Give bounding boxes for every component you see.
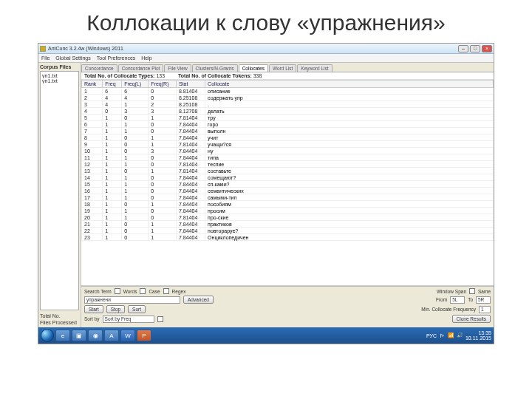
corpus-files-header: Corpus Files [40,64,79,69]
maximize-button[interactable]: □ [470,45,480,52]
min-freq-input[interactable]: 1 [479,306,491,313]
files-processed-label: Files Processed [40,319,79,326]
advanced-button[interactable]: Advanced [183,296,214,304]
file-item[interactable]: yn1.txt [42,78,77,83]
flag-icon[interactable]: 🏳 [440,333,445,338]
table-row[interactable]: 181017.84404пособиям [82,201,494,208]
controls-panel: Search Term Words Case Regex Window Span… [81,286,494,327]
types-value: 133 [156,73,165,78]
table-row[interactable]: 171107.84404самыми-тип [82,194,494,201]
table-row[interactable]: 201107.81404про-ские [82,214,494,221]
table-row[interactable]: 51017.81404тру [82,115,494,121]
minimize-button[interactable]: – [458,45,468,52]
tokens-value: 338 [253,73,262,78]
clone-results-button[interactable]: Clone Results [452,315,491,323]
stop-button[interactable]: Stop [106,305,125,313]
menu-tool-preferences[interactable]: Tool Preferences [97,55,136,61]
file-item[interactable]: yn1.txt [42,73,77,78]
to-input[interactable]: 5R [476,296,491,304]
table-row[interactable]: 191107.84404просим [82,208,494,214]
taskbar-time[interactable]: 13:35 [466,330,491,335]
taskbar-app-folder[interactable]: ▣ [72,330,86,341]
table-row[interactable]: 71107.84404выполн [82,128,494,134]
tool-tabs: Concordance Concordance Plot File View C… [81,63,494,72]
start-button[interactable] [41,329,54,342]
col-freq[interactable]: Freq [103,81,122,88]
sort-button[interactable]: Sort [128,305,146,313]
table-row[interactable]: 211017.84404практиков [82,221,494,228]
words-checkbox[interactable] [115,288,120,294]
table-row[interactable]: 16608.81404описание [82,88,494,95]
search-input[interactable]: упражнени [84,296,180,304]
min-freq-label: Min. Collocate Frequency [421,307,476,312]
case-checkbox[interactable] [140,288,146,294]
menu-help[interactable]: Help [141,55,151,61]
search-term-label: Search Term [84,289,112,294]
from-input[interactable]: 5L [450,296,465,304]
tray-sound-icon[interactable]: 🔊 [457,332,463,338]
col-rank[interactable]: Rank [82,81,103,88]
table-row[interactable]: 141107.84404сомещают? [82,174,494,181]
tab-file-view[interactable]: File View [164,64,191,72]
taskbar-app-powerpoint[interactable]: P [137,330,151,341]
invert-order-checkbox[interactable] [157,316,163,322]
col-collocate[interactable]: Collocate [205,81,494,88]
table-row[interactable]: 81017.84404учит [82,134,494,141]
taskbar-app-chrome[interactable]: ◉ [88,330,103,341]
regex-checkbox[interactable] [163,288,169,294]
summary-row: Total No. of Collocate Types: 133 Total … [81,72,494,80]
app-window: AntConc 3.2.4w (Windows) 2011 – □ × File… [38,43,494,344]
close-button[interactable]: × [482,45,492,52]
span-same-checkbox[interactable] [469,288,475,294]
tray-network-icon[interactable]: 📶 [448,332,454,338]
collocate-table-wrap: Rank Freq Freq(L) Freq(R) Stat Collocate… [81,80,494,286]
table-row[interactable]: 121107.81404теспие [82,161,494,168]
tab-concordance-plot[interactable]: Concordance Plot [118,64,164,72]
col-freqr[interactable]: Freq(R) [149,81,177,88]
taskbar-app-antconc[interactable]: A [104,330,119,341]
slide-title: Коллокации к слову «упражнения» [0,0,532,43]
menu-file[interactable]: File [41,55,50,61]
taskbar-app-explorer[interactable]: e [55,330,70,341]
table-row[interactable]: 101037.84404ну [82,148,494,154]
table-row[interactable]: 111107.84404типа [82,154,494,161]
table-row[interactable]: 231017.84404Онциклопедичен [82,234,494,241]
tab-wordlist[interactable]: Word List [269,64,296,72]
table-row[interactable]: 34128.25108. [82,101,494,108]
menu-global-settings[interactable]: Global Settings [55,55,90,61]
table-row[interactable]: 61107.84404горо [82,121,494,128]
start-button[interactable]: Start [84,305,103,313]
table-row[interactable]: 24408.25108содержать упр [82,95,494,101]
tab-concordance[interactable]: Concordance [81,64,117,72]
sidebar: Corpus Files yn1.txt yn1.txt Total No. F… [38,63,81,327]
col-freql[interactable]: Freq(L) [122,81,149,88]
collocate-table: Rank Freq Freq(L) Freq(R) Stat Collocate… [81,80,494,241]
windows-taskbar: e ▣ ◉ A W P РУС 🏳 📶 🔊 13:35 10.11.2015 [38,327,494,344]
sort-by-label: Sort by [84,316,100,321]
table-row[interactable]: 221017.84404повтораруе? [82,228,494,234]
window-span-label: Window Span [437,289,466,294]
table-row[interactable]: 91017.81404учащи?ся [82,141,494,148]
table-row[interactable]: 131017.81404составьте [82,168,494,174]
taskbar-app-word[interactable]: W [120,330,135,341]
window-titlebar: AntConc 3.2.4w (Windows) 2011 – □ × [38,44,494,54]
table-row[interactable]: 151107.84404сп-ками? [82,181,494,188]
taskbar-lang[interactable]: РУС [426,333,437,338]
table-row[interactable]: 40338.12708делать [82,108,494,115]
table-row[interactable]: 161107.84404семантических [82,188,494,194]
app-icon [40,46,46,52]
taskbar-date[interactable]: 10.11.2015 [466,335,491,341]
col-stat[interactable]: Stat [177,81,205,88]
tab-clusters[interactable]: Clusters/N-Grams [192,64,238,72]
tab-keywordlist[interactable]: Keyword List [297,64,332,72]
types-label: Total No. of Collocate Types: [84,73,154,78]
total-no-label: Total No. [40,313,79,319]
file-list[interactable]: yn1.txt yn1.txt [40,71,79,310]
sort-by-select[interactable]: Sort by Freq [103,316,154,323]
tab-collocates[interactable]: Collocates [239,64,268,72]
window-title: AntConc 3.2.4w (Windows) 2011 [48,46,123,51]
main-panel: Concordance Concordance Plot File View C… [81,63,494,327]
menu-bar: File Global Settings Tool Preferences He… [38,54,494,63]
tokens-label: Total No. of Collocate Tokens: [178,73,252,78]
